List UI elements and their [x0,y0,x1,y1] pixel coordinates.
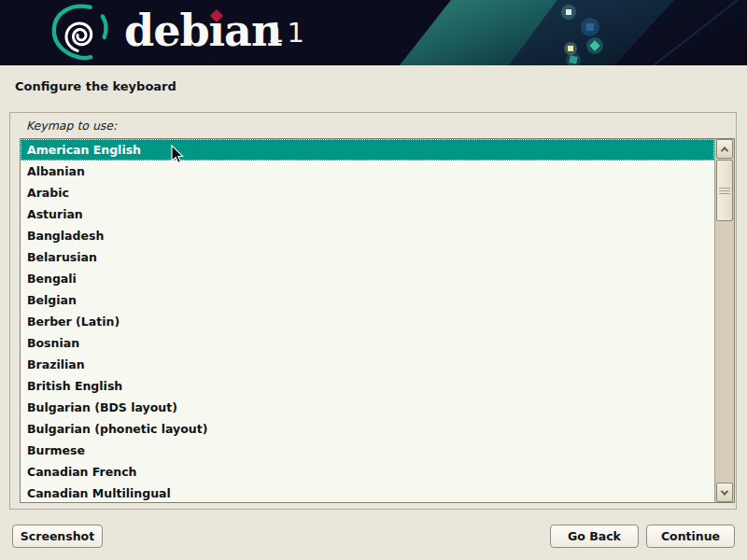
thumb-grip [719,190,730,191]
list-item[interactable]: Bulgarian (phonetic layout) [21,418,714,440]
debian-installer-window: { "header": { "brand": "debian", "versio… [0,0,747,560]
list-item[interactable]: Belarusian [21,246,714,268]
scroll-up-button[interactable] [716,139,733,159]
go-back-button[interactable]: Go Back [550,525,639,548]
screenshot-button[interactable]: Screenshot [12,525,103,548]
red-diamond-icon [210,9,223,22]
keymap-list: American EnglishAlbanianArabicAsturianBa… [21,139,714,502]
brand-letter-i: ı [209,9,224,52]
list-item[interactable]: Albanian [21,161,714,182]
chevron-down-icon [721,487,728,495]
thumb-grip [719,188,730,189]
page-title: Configure the keyboard [15,79,176,93]
mouse-cursor-icon [171,145,184,164]
list-item[interactable]: British English [21,375,714,397]
list-item[interactable]: Bosnian [21,332,714,354]
scrollbar-thumb[interactable] [716,160,733,221]
list-item[interactable]: Bengali [21,268,714,289]
scrollbar[interactable] [714,139,734,502]
chevron-up-icon [721,147,728,154]
list-item[interactable]: Asturian [21,203,714,225]
keymap-listbox: American EnglishAlbanianArabicAsturianBa… [20,138,735,503]
thumb-grip [719,193,730,194]
list-item[interactable]: Berber (Latin) [21,311,714,332]
list-item[interactable]: Bulgarian (BDS layout) [21,397,714,418]
list-item[interactable]: Brazilian [21,354,714,375]
scroll-down-button[interactable] [716,483,733,502]
list-item[interactable]: Arabic [21,182,714,203]
continue-button[interactable]: Continue [646,525,735,548]
list-item[interactable]: Burmese [21,440,714,461]
header-art-decoration [355,0,747,65]
list-item[interactable]: American English [21,139,714,161]
list-item[interactable]: Belgian [21,289,714,311]
list-item[interactable]: Bangladesh [21,225,714,246]
keymap-label: Keymap to use: [26,119,117,133]
brand-version: 11 [267,20,307,47]
debian-logo-icon [41,1,118,64]
list-item[interactable]: Canadian Multilingual [21,483,714,502]
header-banner: debıan 11 [0,0,747,65]
brand-title: debıan [124,9,281,52]
list-item[interactable]: Canadian French [21,461,714,483]
